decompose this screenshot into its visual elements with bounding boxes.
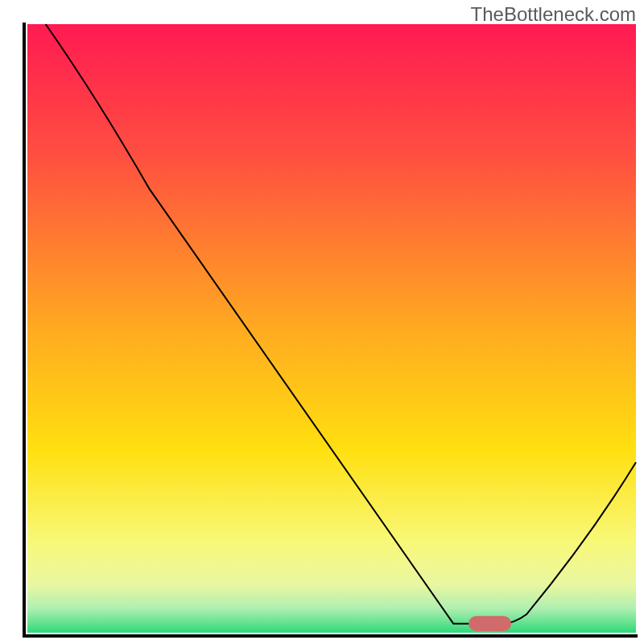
bottleneck-chart [0,0,644,644]
chart-container: TheBottleneck.com [0,0,644,644]
optimal-marker [469,616,511,631]
chart-background [27,24,636,633]
watermark-text: TheBottleneck.com [471,3,636,26]
